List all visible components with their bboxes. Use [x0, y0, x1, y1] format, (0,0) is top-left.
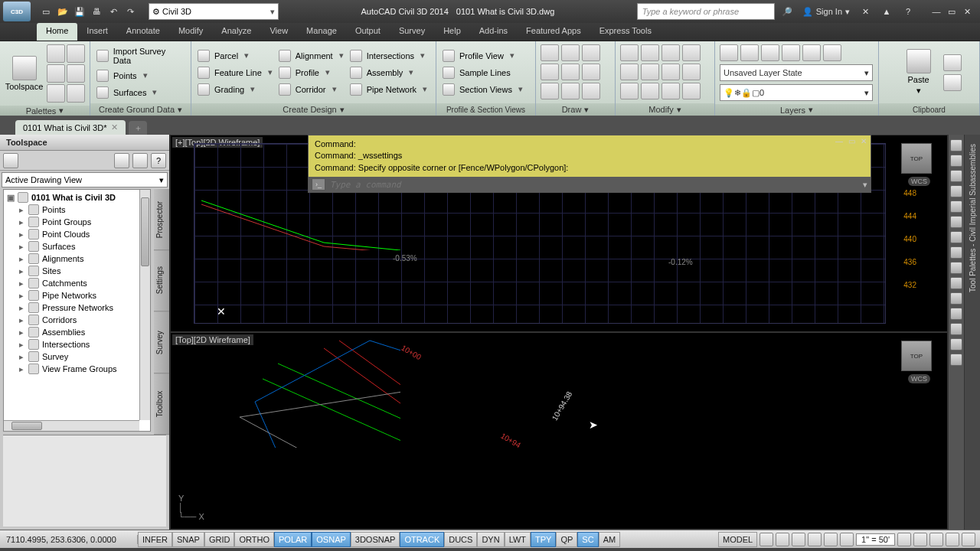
- help-search-input[interactable]: Type a keyword or phrase: [637, 3, 775, 20]
- rtool-2[interactable]: [950, 155, 962, 167]
- paste-button[interactable]: Paste▾: [897, 44, 940, 100]
- status-icon-7[interactable]: [913, 533, 927, 546]
- app-menu-button[interactable]: C3D: [3, 2, 31, 21]
- toolspace-tab-survey[interactable]: Survey: [154, 312, 169, 373]
- modify-tool-4[interactable]: [682, 44, 701, 61]
- toolspace-tab-prospector[interactable]: Prospector: [154, 189, 169, 250]
- search-icon[interactable]: 🔎: [781, 5, 793, 18]
- new-icon[interactable]: ▭: [40, 5, 52, 18]
- toolspace-tab-settings[interactable]: Settings: [154, 250, 169, 311]
- palette-btn-5[interactable]: [47, 84, 65, 103]
- command-window[interactable]: — ▭ ✕ Command:Command: _wssettingsComman…: [308, 135, 871, 193]
- layer-btn-4[interactable]: [782, 44, 800, 61]
- status-toggle-snap[interactable]: SNAP: [172, 532, 204, 547]
- draw-tool-7[interactable]: [541, 83, 559, 99]
- modify-tool-6[interactable]: [641, 64, 659, 80]
- ribbon-tab-annotate[interactable]: Annotate: [117, 23, 169, 41]
- ribbon-tab-home[interactable]: Home: [37, 23, 77, 41]
- status-icon-1[interactable]: [760, 533, 773, 546]
- toolspace-button[interactable]: Toolspace: [5, 44, 44, 103]
- ts-toolbar-btn-2[interactable]: [114, 153, 129, 168]
- ribbon-tab-help[interactable]: Help: [434, 23, 470, 41]
- current-layer-dropdown[interactable]: 💡❄🔒▢ 0▾: [720, 84, 873, 101]
- ribbon-tab-analyze[interactable]: Analyze: [212, 23, 260, 41]
- status-toggle-otrack[interactable]: OTRACK: [400, 532, 444, 547]
- rtool-4[interactable]: [950, 185, 962, 197]
- tree-node-pressure-networks[interactable]: ▸Pressure Networks: [4, 302, 150, 314]
- surfaces-button[interactable]: Surfaces▾: [95, 86, 186, 99]
- autodesk-360-icon[interactable]: ▲: [880, 5, 893, 18]
- rtool-1[interactable]: [950, 139, 962, 152]
- tree-node-assemblies[interactable]: ▸Assemblies: [4, 326, 150, 338]
- status-toggle-qp[interactable]: QP: [556, 532, 577, 547]
- rtool-12[interactable]: [950, 308, 962, 320]
- prospector-tree[interactable]: ▣0101 What is Civil 3D▸Points▸Point Grou…: [3, 189, 151, 432]
- ribbon-tab-manage[interactable]: Manage: [297, 23, 346, 41]
- status-toggle-tpy[interactable]: TPY: [531, 532, 556, 547]
- modify-tool-5[interactable]: [620, 64, 639, 80]
- palette-btn-1[interactable]: [47, 44, 65, 63]
- draw-tool-5[interactable]: [561, 64, 580, 80]
- profile-button[interactable]: Profile▾: [277, 66, 345, 80]
- draw-tool-4[interactable]: [541, 64, 559, 80]
- tree-scrollbar-horizontal[interactable]: [4, 420, 139, 431]
- chevron-down-icon[interactable]: ▾: [808, 105, 813, 115]
- draw-tool-2[interactable]: [561, 44, 580, 61]
- modify-tool-11[interactable]: [662, 83, 680, 99]
- chevron-down-icon[interactable]: ▾: [584, 105, 589, 115]
- modify-tool-12[interactable]: [682, 83, 701, 99]
- view-cube[interactable]: TOP: [901, 341, 932, 371]
- status-icon-9[interactable]: [946, 533, 959, 546]
- cut-button[interactable]: [943, 54, 962, 71]
- undo-icon[interactable]: ↶: [107, 5, 119, 18]
- chevron-down-icon[interactable]: ▾: [677, 105, 681, 115]
- open-icon[interactable]: 📂: [57, 5, 69, 18]
- ts-toolbar-btn-1[interactable]: [3, 153, 18, 168]
- chevron-down-icon[interactable]: ▾: [178, 105, 182, 115]
- feature-line-button[interactable]: Feature Line▾: [196, 66, 274, 80]
- intersections-button[interactable]: Intersections▾: [348, 49, 429, 63]
- section-views-button[interactable]: Section Views▾: [441, 83, 524, 96]
- chevron-down-icon[interactable]: ▾: [863, 180, 867, 190]
- copy-button[interactable]: [943, 74, 962, 91]
- import-survey-data-button[interactable]: Import Survey Data: [95, 46, 186, 66]
- command-input[interactable]: [330, 180, 863, 190]
- cmd-minimize-icon[interactable]: —: [834, 137, 844, 146]
- draw-tool-9[interactable]: [582, 83, 600, 99]
- modify-tool-9[interactable]: [620, 83, 639, 99]
- tree-node-points[interactable]: ▸Points: [4, 204, 150, 216]
- status-icon-4[interactable]: [808, 533, 822, 546]
- maximize-button[interactable]: ▭: [945, 5, 959, 18]
- new-tab-button[interactable]: ＋: [129, 121, 147, 135]
- rtool-3[interactable]: [950, 170, 962, 182]
- rtool-7[interactable]: [950, 231, 962, 243]
- workspace-dropdown[interactable]: ⚙ Civil 3D ▾: [149, 3, 279, 20]
- status-toggle-dyn[interactable]: DYN: [477, 532, 504, 547]
- status-toggle-ortho[interactable]: ORTHO: [234, 532, 274, 547]
- sign-in-button[interactable]: 👤 Sign In ▾: [802, 7, 850, 17]
- exchange-icon[interactable]: ✕: [859, 5, 871, 18]
- tree-node-pipe-networks[interactable]: ▸Pipe Networks: [4, 289, 150, 302]
- grading-button[interactable]: Grading▾: [196, 83, 274, 96]
- modify-tool-2[interactable]: [641, 44, 659, 61]
- corridor-button[interactable]: Corridor▾: [277, 83, 345, 96]
- palette-btn-2[interactable]: [67, 44, 85, 63]
- modify-tool-7[interactable]: [662, 64, 680, 80]
- rtool-6[interactable]: [950, 216, 962, 228]
- status-toggle-sc[interactable]: SC: [577, 532, 598, 547]
- rtool-5[interactable]: [950, 201, 962, 213]
- tree-node-surfaces[interactable]: ▸Surfaces: [4, 240, 150, 253]
- tree-node-intersections[interactable]: ▸Intersections: [4, 338, 150, 350]
- status-toggle-grid[interactable]: GRID: [204, 532, 235, 547]
- document-tab[interactable]: 0101 What is Civil 3D*✕: [15, 120, 126, 135]
- viewport-plan[interactable]: [Top][2D Wireframe] TOP WCS 10+00 10+94 …: [170, 332, 948, 530]
- rtool-8[interactable]: [950, 246, 962, 259]
- ribbon-tab-express-tools[interactable]: Express Tools: [590, 23, 661, 41]
- alignment-button[interactable]: Alignment▾: [277, 49, 345, 63]
- rtool-14[interactable]: [950, 338, 962, 350]
- layer-props-button[interactable]: [720, 44, 738, 61]
- tree-node-view-frame-groups[interactable]: ▸View Frame Groups: [4, 363, 150, 375]
- status-toggle-ducs[interactable]: DUCS: [444, 532, 477, 547]
- tool-palettes-title[interactable]: Tool Palettes - Civil Imperial Subassemb…: [969, 139, 977, 297]
- ribbon-tab-output[interactable]: Output: [346, 23, 390, 41]
